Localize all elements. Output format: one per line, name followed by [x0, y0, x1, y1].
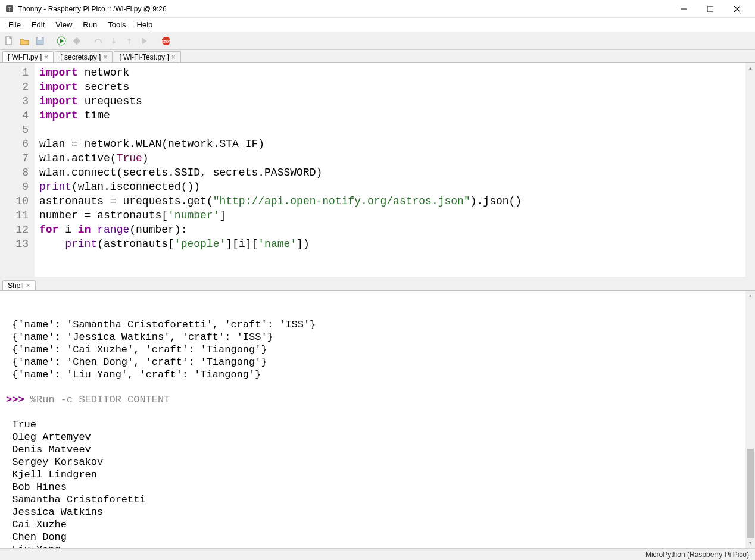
minimize-button[interactable] — [670, 0, 697, 18]
close-icon[interactable]: × — [103, 53, 107, 61]
tab-wifi[interactable]: [ Wi-Fi.py ] × — [2, 51, 54, 62]
interpreter-label[interactable]: MicroPython (Raspberry Pi Pico) — [645, 550, 749, 559]
editor-gutter: 12345678910111213 — [0, 63, 35, 277]
svg-rect-9 — [38, 37, 42, 40]
shell-tab[interactable]: Shell × — [2, 280, 36, 290]
menu-view[interactable]: View — [51, 19, 77, 30]
shell-tab-label: Shell — [8, 281, 24, 290]
editor-scrollbar[interactable]: ▴ — [745, 63, 755, 277]
scroll-thumb[interactable] — [747, 449, 754, 538]
step-over-icon[interactable] — [92, 35, 105, 48]
editor[interactable]: 12345678910111213 import networkimport s… — [0, 62, 755, 277]
window-title: Thonny - Raspberry Pi Pico :: /Wi-Fi.py … — [18, 5, 167, 13]
shell-scrollbar[interactable]: ▴ ▾ — [745, 291, 755, 548]
tab-label: [ Wi-Fi-Test.py ] — [119, 53, 169, 61]
stop-icon[interactable]: STOP — [160, 35, 173, 48]
svg-marker-20 — [142, 38, 147, 44]
maximize-button[interactable] — [697, 0, 723, 18]
editor-code[interactable]: import networkimport secretsimport urequ… — [35, 63, 755, 277]
open-file-icon[interactable] — [18, 35, 31, 48]
close-icon[interactable]: × — [44, 53, 48, 61]
svg-marker-19 — [127, 38, 131, 40]
close-icon[interactable]: × — [26, 281, 30, 290]
menu-tools[interactable]: Tools — [103, 19, 130, 30]
save-file-icon[interactable] — [33, 35, 46, 48]
toolbar: STOP — [0, 32, 755, 50]
shell-panel: Shell × {'name': 'Samantha Cristoforetti… — [0, 277, 755, 548]
statusbar: MicroPython (Raspberry Pi Pico) — [0, 548, 755, 560]
tab-label: [ secrets.py ] — [60, 53, 101, 61]
svg-text:T: T — [8, 6, 11, 12]
menu-help[interactable]: Help — [132, 19, 158, 30]
editor-tabs: [ Wi-Fi.py ] × [ secrets.py ] × [ Wi-Fi-… — [0, 50, 755, 62]
shell-output[interactable]: {'name': 'Samantha Cristoforetti', 'craf… — [0, 290, 755, 548]
app-icon: T — [5, 4, 14, 14]
menu-file[interactable]: File — [4, 19, 26, 30]
step-out-icon[interactable] — [123, 35, 136, 48]
close-icon[interactable]: × — [171, 53, 176, 61]
debug-icon[interactable] — [70, 35, 83, 48]
titlebar: T Thonny - Raspberry Pi Pico :: /Wi-Fi.p… — [0, 0, 755, 18]
step-into-icon[interactable] — [107, 35, 120, 48]
close-button[interactable] — [723, 0, 750, 18]
run-icon[interactable] — [55, 35, 68, 48]
svg-marker-17 — [112, 42, 116, 44]
tab-secrets[interactable]: [ secrets.py ] × — [55, 51, 113, 62]
menubar: File Edit View Run Tools Help — [0, 18, 755, 32]
resume-icon[interactable] — [138, 35, 151, 48]
menu-edit[interactable]: Edit — [27, 19, 49, 30]
new-file-icon[interactable] — [2, 35, 15, 48]
svg-rect-3 — [707, 6, 713, 12]
tab-wifitest[interactable]: [ Wi-Fi-Test.py ] × — [114, 51, 180, 62]
tab-label: [ Wi-Fi.py ] — [8, 53, 42, 61]
menu-run[interactable]: Run — [78, 19, 102, 30]
svg-text:STOP: STOP — [161, 40, 171, 43]
